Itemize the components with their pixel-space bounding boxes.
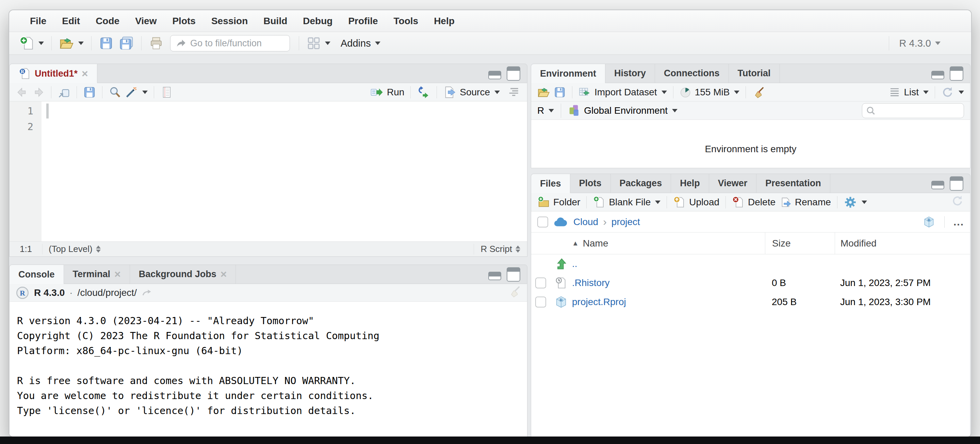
new-file-button[interactable] [18, 36, 45, 51]
chevron-down-icon[interactable] [959, 91, 964, 94]
menu-item[interactable]: Session [204, 10, 256, 32]
save-workspace-button[interactable] [554, 86, 566, 98]
document-outline-button[interactable] [508, 85, 521, 99]
goto-file-input[interactable] [190, 38, 285, 49]
menu-item[interactable]: Debug [295, 10, 340, 32]
breadcrumb-project-link[interactable]: project [611, 217, 640, 227]
chevron-down-icon[interactable] [38, 42, 44, 45]
print-button[interactable] [148, 36, 165, 50]
file-name-link[interactable]: .Rhistory [572, 278, 609, 288]
forward-button[interactable] [32, 86, 45, 99]
file-checkbox[interactable] [535, 278, 546, 288]
minimize-pane-button[interactable] [488, 272, 501, 280]
chevron-down-icon[interactable] [78, 42, 84, 45]
maximize-pane-button[interactable] [950, 176, 963, 191]
menu-item[interactable]: Tools [386, 10, 426, 32]
clear-environment-button[interactable] [752, 86, 765, 99]
chevron-down-icon[interactable] [923, 91, 929, 94]
upload-button[interactable]: Upload [673, 196, 719, 209]
save-button[interactable] [98, 36, 115, 50]
language-selector[interactable]: R [537, 105, 554, 116]
rerun-button[interactable] [417, 85, 430, 99]
menu-item[interactable]: Edit [54, 10, 88, 32]
menu-item[interactable]: Plots [164, 10, 203, 32]
more-file-commands-button[interactable] [843, 195, 867, 209]
menu-item[interactable]: Help [426, 10, 463, 32]
rename-button[interactable]: Rename [779, 196, 831, 209]
source-button[interactable]: Source [443, 85, 500, 99]
refresh-environment-button[interactable] [941, 86, 964, 99]
column-header-modified[interactable]: Modified [835, 233, 970, 254]
code-tools-button[interactable] [125, 86, 148, 99]
load-workspace-button[interactable] [537, 86, 550, 99]
r-version-selector[interactable]: R 4.3.0 [898, 38, 942, 49]
scope-selector[interactable]: (Top Level) [42, 244, 474, 254]
code-editor[interactable]: 12 [10, 101, 527, 241]
file-row[interactable]: .Rhistory 0 B Jun 1, 2023, 2:57 PM [531, 273, 970, 292]
chevron-down-icon[interactable] [655, 201, 660, 204]
chevron-down-icon[interactable] [549, 109, 554, 112]
tab-untitled1[interactable]: R Untitled1* × [10, 64, 97, 83]
column-header-size[interactable]: Size [765, 233, 835, 254]
chevron-down-icon[interactable] [142, 91, 148, 94]
chevron-down-icon[interactable] [672, 109, 678, 112]
back-button[interactable] [16, 86, 29, 99]
file-name-link[interactable]: project.Rproj [572, 297, 626, 307]
run-button[interactable]: Run [370, 85, 404, 99]
menu-item[interactable]: File [22, 10, 54, 32]
delete-button[interactable]: Delete [732, 196, 775, 209]
chevron-down-icon[interactable] [734, 91, 740, 94]
environment-search-input[interactable] [878, 105, 960, 116]
environment-scope-selector[interactable]: Global Environment [568, 104, 678, 117]
save-all-button[interactable] [118, 36, 135, 51]
menu-item[interactable]: Profile [340, 10, 385, 32]
file-checkbox[interactable] [535, 297, 546, 307]
files-tab[interactable]: Files [531, 174, 570, 193]
environment-tab[interactable]: History [605, 64, 655, 83]
breadcrumb-cloud-link[interactable]: Cloud [573, 217, 598, 227]
column-header-name[interactable]: ▲ Name [572, 238, 765, 249]
chevron-down-icon[interactable] [495, 91, 500, 94]
close-icon[interactable]: × [221, 268, 227, 281]
chevron-down-icon[interactable] [662, 91, 667, 94]
goto-file-search[interactable] [170, 35, 290, 51]
environment-tab[interactable]: Environment [531, 64, 605, 83]
chevron-down-icon[interactable] [375, 42, 380, 45]
environment-search-box[interactable] [862, 103, 964, 118]
menu-item[interactable]: Code [88, 10, 127, 32]
console-output[interactable]: R version 4.3.0 (2023-04-21) -- "Already… [10, 302, 527, 437]
minimize-pane-button[interactable] [488, 71, 501, 79]
chevron-down-icon[interactable] [862, 201, 867, 204]
list-view-button[interactable]: List [888, 86, 929, 98]
chevron-down-icon[interactable] [325, 42, 331, 45]
refresh-files-icon[interactable] [951, 195, 964, 208]
go-to-directory-button[interactable]: ... [953, 216, 964, 228]
files-tab[interactable]: Packages [611, 174, 671, 193]
files-tab[interactable]: Presentation [756, 174, 830, 193]
addins-button[interactable]: Addins [339, 38, 382, 49]
environment-tab[interactable]: Connections [655, 64, 729, 83]
open-file-button[interactable] [58, 36, 85, 51]
pane-layout-button[interactable] [305, 36, 332, 50]
menu-item[interactable]: Build [256, 10, 295, 32]
blank-file-button[interactable]: Blank File [593, 196, 660, 209]
file-type-selector[interactable]: R Script [474, 244, 527, 254]
files-tab[interactable]: Help [671, 174, 709, 193]
maximize-pane-button[interactable] [507, 66, 520, 81]
open-in-new-window-button[interactable] [57, 86, 70, 99]
minimize-pane-button[interactable] [931, 71, 944, 79]
memory-usage-button[interactable]: 155 MiB [679, 86, 740, 98]
find-replace-button[interactable] [108, 86, 121, 99]
maximize-pane-button[interactable] [507, 267, 520, 281]
environment-tab[interactable]: Tutorial [729, 64, 780, 83]
files-tab[interactable]: Viewer [709, 174, 757, 193]
editor-text-area[interactable] [41, 101, 527, 241]
import-dataset-button[interactable]: Import Dataset [579, 86, 667, 99]
minimize-pane-button[interactable] [931, 181, 944, 189]
console-tab[interactable]: Console [10, 265, 64, 284]
compile-report-button[interactable] [160, 86, 173, 99]
menu-item[interactable]: View [127, 10, 164, 32]
console-tab[interactable]: Terminal × [64, 265, 130, 284]
file-name-link[interactable]: .. [572, 259, 578, 269]
console-tab[interactable]: Background Jobs × [130, 265, 236, 284]
